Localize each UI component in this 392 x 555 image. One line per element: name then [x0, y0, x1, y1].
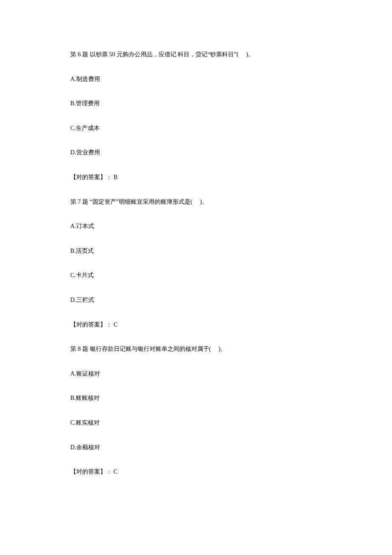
option-c: C.账实核对 [70, 419, 322, 427]
answer: 【对的答案】： C [70, 321, 322, 329]
answer: 【对的答案】： B [70, 173, 322, 182]
question-8: 第 8 题 银行存款日记账与银行对账单之间的核对属于( )。 A.账证核对 B.… [70, 345, 322, 476]
option-a: A.订本式 [70, 222, 322, 231]
option-a: A.账证核对 [70, 370, 322, 378]
question-text: 第 8 题 银行存款日记账与银行对账单之间的核对属于( )。 [70, 345, 322, 353]
option-b: B.管理费用 [70, 99, 322, 108]
option-d: D.余额核对 [70, 443, 322, 452]
option-d: D.三栏式 [70, 296, 322, 304]
option-b: B.活页式 [70, 247, 322, 255]
question-text: 第 7 题 “固定资产”明细账宜采用的账簿形式是( )。 [70, 198, 322, 206]
question-text: 第 6 题 以钞票 50 元购办公用品，应借记 科目，贷记“钞票科目”( )。 [70, 50, 322, 59]
option-c: C.生产成本 [70, 124, 322, 133]
option-b: B.账账核对 [70, 394, 322, 402]
question-7: 第 7 题 “固定资产”明细账宜采用的账簿形式是( )。 A.订本式 B.活页式… [70, 198, 322, 329]
answer: 【对的答案】： C [70, 468, 322, 476]
option-c: C.卡片式 [70, 271, 322, 280]
question-6: 第 6 题 以钞票 50 元购办公用品，应借记 科目，贷记“钞票科目”( )。 … [70, 50, 322, 182]
option-d: D.营业费用 [70, 148, 322, 157]
option-a: A.制造费用 [70, 75, 322, 84]
